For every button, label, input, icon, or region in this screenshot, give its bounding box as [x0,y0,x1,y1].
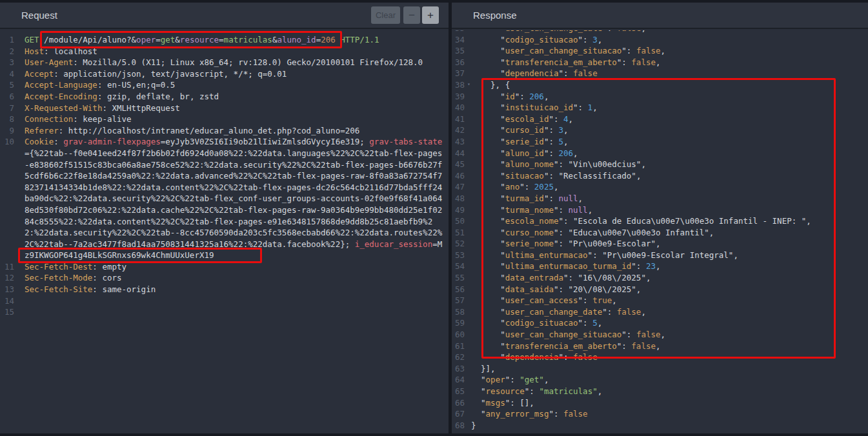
line-content [25,306,449,318]
code-line: 63}], [452,363,868,375]
code-line: 56"data_saida": "20\/08\/2025", [452,284,868,295]
line-content: "any_error_msg": false [471,408,868,420]
request-panel-header: Request Clear − + [0,3,449,29]
code-line: 61"transferencia_em_aberto": false, [452,341,868,352]
clear-button[interactable]: Clear [371,6,400,24]
request-panel-title: Request [21,10,57,21]
decrease-font-button[interactable]: − [403,6,420,24]
line-number: 43 [452,136,471,148]
fold-chevron-icon[interactable]: ▾ [467,81,470,88]
line-number: 10 [0,136,25,261]
line-content: "codigo_situacao": 5, [471,317,868,329]
line-number: 68 [452,420,471,431]
line-content: "serie_nome": "Pr\u00e9-Escolar", [471,238,868,250]
code-line: 43"serie_id": 5, [452,136,868,148]
line-number: 41 [452,114,471,125]
line-number: 3 [0,57,25,68]
code-line: 46"situacao": "Reclassificado", [452,170,868,182]
code-line: 65"resource": "matriculas", [452,386,868,397]
line-number: 47 [452,181,471,193]
line-content: Referer: http://localhost/intranet/educa… [25,125,449,137]
response-panel: Response 33"user_can_change_date": false… [452,3,868,433]
line-content: "codigo_situacao": 3, [471,34,868,46]
line-content: "transferencia_em_aberto": false, [471,57,868,68]
line-content: Host: localhost [25,46,449,57]
line-number: 40 [452,102,471,114]
request-editor[interactable]: 1GET /module/Api/aluno?&oper=get&resourc… [0,30,449,433]
line-content: "serie_id": 5, [471,136,868,148]
line-number: 44 [452,148,471,159]
line-number: 67 [452,408,471,420]
line-content: "ultima_enturmacao": "Pr\u00e9-Escolar I… [471,250,868,261]
line-number: 36 [452,57,471,68]
code-line: 62"dependencia": false [452,352,868,363]
code-line: 8Connection: keep-alive [0,114,449,125]
line-number: 62 [452,352,471,363]
code-line: 54"ultima_enturmacao_turma_id": 23, [452,261,868,272]
line-content: "escola_nome": "Escola de Educa\u00e7\u0… [471,215,868,227]
code-line: 57"user_can_access": true, [452,295,868,306]
line-content: "user_can_change_date": false, [471,306,868,318]
line-content: Sec-Fetch-Dest: empty [25,261,449,273]
line-number: 39 [452,91,471,103]
code-line: 67"any_error_msg": false [452,408,868,420]
line-number: 61 [452,341,471,352]
line-number: 59 [452,317,471,329]
line-number: 53 [452,250,471,261]
response-panel-title: Response [473,10,517,21]
code-line: 53"ultima_enturmacao": "Pr\u00e9-Escolar… [452,250,868,261]
code-line: 12Sec-Fetch-Mode: cors [0,272,449,284]
line-number: 49 [452,204,471,216]
request-code: 1GET /module/Api/aluno?&oper=get&resourc… [0,30,449,318]
line-number: 6 [0,91,25,103]
line-content: Sec-Fetch-Site: same-origin [25,284,449,295]
line-number: 64 [452,374,471,386]
line-number: 66 [452,397,471,409]
line-content: } [471,420,868,431]
line-content [25,295,449,307]
code-line: 47"ano": 2025, [452,181,868,193]
code-line: 7X-Requested-With: XMLHttpRequest [0,103,449,114]
code-line: 11Sec-Fetch-Dest: empty [0,261,449,273]
line-number: 11 [0,261,25,273]
increase-font-button[interactable]: + [422,6,439,24]
line-content: Accept: application/json, text/javascrip… [25,68,449,80]
line-number: 37 [452,68,471,79]
code-line: 41"escola_id": 4, [452,114,868,125]
line-content: "id": 206, [471,91,868,103]
line-number: 46 [452,170,471,182]
line-content: "escola_id": 4, [471,114,868,125]
line-number: 60 [452,329,471,341]
line-content: X-Requested-With: XMLHttpRequest [25,103,449,114]
line-number: 13 [0,284,25,295]
line-number: 56 [452,284,471,295]
code-line: 9Referer: http://localhost/intranet/educ… [0,125,449,137]
code-line: 38▾}, { [452,79,868,91]
line-content: "user_can_change_situacao": false, [471,329,868,341]
code-line: 4Accept: application/json, text/javascri… [0,68,449,80]
line-content: Sec-Fetch-Mode: cors [25,272,449,284]
line-content: "dependencia": false [471,68,868,79]
line-number: 52 [452,238,471,250]
line-number: 4 [0,68,25,80]
code-line: 14 [0,295,449,307]
line-content: "user_can_change_situacao": false, [471,45,868,57]
line-content: "turma_nome": null, [471,204,868,216]
line-number: 9 [0,125,25,137]
code-line: 52"serie_nome": "Pr\u00e9-Escolar", [452,238,868,250]
line-content: "user_can_access": true, [471,295,868,306]
line-content: GET /module/Api/aluno?&oper=get&resource… [25,34,449,46]
line-content: User-Agent: Mozilla/5.0 (X11; Linux x86_… [25,57,449,68]
code-line: 60"user_can_change_situacao": false, [452,329,868,341]
line-content: "aluno_nome": "Vin\u00edcius", [471,159,868,170]
line-number: 54 [452,261,471,272]
line-content: Connection: keep-alive [25,114,449,125]
line-number: 42 [452,124,471,136]
line-content: "situacao": "Reclassificado", [471,170,868,182]
response-editor[interactable]: 33"user_can_change_date": false,34"codig… [452,30,868,433]
line-content: "instituicao_id": 1, [471,102,868,114]
response-code: 33"user_can_change_date": false,34"codig… [452,30,868,431]
code-line: 44"aluno_id": 206, [452,148,868,159]
line-number: 45 [452,159,471,170]
code-line: 6Accept-Encoding: gzip, deflate, br, zst… [0,91,449,103]
